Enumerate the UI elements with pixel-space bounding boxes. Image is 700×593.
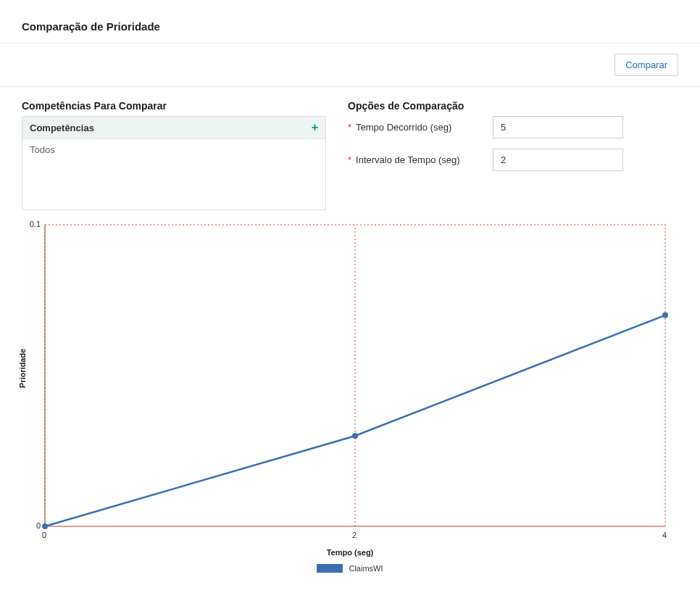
required-marker: * (348, 154, 351, 166)
priority-chart: Prioridade Tempo (seg) 02400.1 ClaimsWI (10, 219, 690, 586)
list-item[interactable]: Todos (22, 139, 325, 160)
legend-swatch (317, 564, 343, 573)
chart-legend: ClaimsWI (10, 564, 690, 573)
time-interval-label: Intervalo de Tempo (seg) (356, 154, 460, 165)
compare-skills-panel: Competências Para Comparar Competências … (22, 100, 326, 210)
y-tick-label: 0.1 (30, 220, 41, 228)
options-panel: Opções de Comparação * Tempo Decorrido (… (348, 100, 678, 210)
required-marker: * (348, 122, 351, 133)
skills-grid: Competências + Todos (22, 116, 326, 210)
legend-label: ClaimsWI (349, 564, 383, 573)
elapsed-time-row: * Tempo Decorrido (seg) (348, 116, 678, 138)
chart-y-axis-label: Prioridade (18, 349, 27, 388)
page-title: Comparação de Prioridade (22, 20, 678, 33)
time-interval-input[interactable] (493, 149, 623, 171)
list-item-label: Todos (30, 144, 55, 155)
page-header: Comparação de Prioridade (0, 0, 700, 43)
chart-x-axis-label: Tempo (seg) (10, 548, 690, 557)
svg-point-8 (662, 312, 668, 318)
skills-grid-header-label: Competências (30, 123, 94, 133)
add-skill-icon[interactable]: + (312, 122, 318, 133)
compare-button[interactable]: Comparar (614, 54, 678, 76)
x-tick-label: 4 (662, 531, 667, 539)
y-tick-label: 0 (36, 521, 41, 530)
svg-point-6 (42, 523, 48, 529)
x-tick-label: 0 (42, 531, 46, 539)
action-bar: Comparar (0, 43, 700, 87)
elapsed-time-input[interactable] (493, 116, 623, 138)
skills-title: Competências Para Comparar (22, 100, 326, 112)
x-tick-label: 2 (352, 531, 357, 539)
elapsed-time-label: Tempo Decorrido (seg) (356, 122, 451, 133)
content-area: Competências Para Comparar Competências … (0, 87, 700, 210)
options-title: Opções de Comparação (348, 100, 678, 112)
chart-svg (10, 219, 690, 538)
svg-point-7 (352, 433, 358, 439)
skills-grid-header: Competências + (22, 117, 325, 139)
time-interval-row: * Intervalo de Tempo (seg) (348, 149, 678, 171)
